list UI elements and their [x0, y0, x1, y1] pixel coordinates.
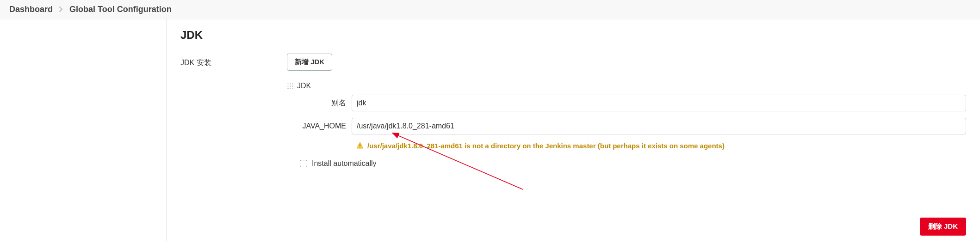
java-home-input[interactable] [352, 118, 966, 134]
delete-jdk-button[interactable]: 删除 JDK [920, 218, 966, 236]
drag-handle-icon[interactable] [287, 83, 293, 89]
svg-rect-1 [360, 147, 360, 148]
install-automatically-checkbox[interactable] [300, 160, 307, 167]
warning-text: /usr/java/jdk1.8.0_281-amd61 is not a di… [367, 141, 725, 151]
breadcrumb-dashboard[interactable]: Dashboard [9, 5, 53, 14]
breadcrumb-global-tool-configuration[interactable]: Global Tool Configuration [69, 5, 172, 14]
alias-input[interactable] [352, 95, 966, 111]
install-automatically-row[interactable]: Install automatically [300, 159, 966, 168]
warning-triangle-icon [356, 142, 364, 149]
left-sidebar [0, 19, 167, 241]
main-content: JDK JDK 安装 新增 JDK JDK 别名 JAVA_HOME [167, 19, 980, 241]
installer-title: JDK [297, 82, 311, 90]
chevron-right-icon [59, 6, 63, 13]
java-home-label: JAVA_HOME [296, 122, 346, 130]
jdk-install-label: JDK 安装 [180, 54, 268, 68]
section-title-jdk: JDK [180, 29, 966, 42]
install-automatically-label: Install automatically [312, 159, 377, 168]
alias-label: 别名 [296, 98, 346, 108]
validation-warning: /usr/java/jdk1.8.0_281-amd61 is not a di… [356, 141, 966, 151]
svg-rect-0 [360, 144, 360, 146]
add-jdk-button[interactable]: 新增 JDK [287, 54, 332, 71]
breadcrumb: Dashboard Global Tool Configuration [0, 0, 980, 19]
jdk-installer-box: JDK 别名 JAVA_HOME [287, 82, 966, 168]
